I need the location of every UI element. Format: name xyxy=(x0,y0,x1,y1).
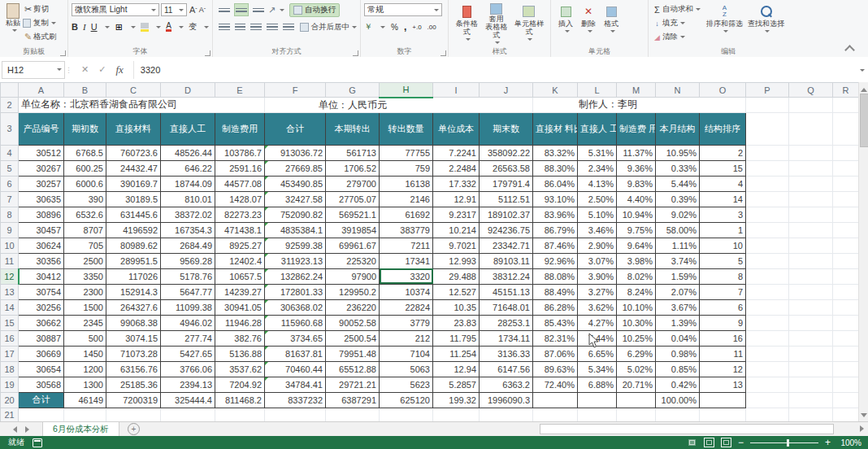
cell-F5[interactable]: 27669.85 xyxy=(265,160,326,176)
table-header-E[interactable]: 制造费用 xyxy=(215,112,265,145)
scroll-up-icon[interactable] xyxy=(861,85,867,92)
cell-F13[interactable]: 172801.33 xyxy=(265,284,326,299)
cell-R18[interactable] xyxy=(833,361,859,377)
cell-O13[interactable]: 7 xyxy=(700,284,746,299)
column-header-H[interactable]: H xyxy=(380,83,433,98)
cell-P7[interactable] xyxy=(746,191,789,207)
cell-L15[interactable]: 4.27% xyxy=(578,315,617,330)
cell-Q19[interactable] xyxy=(789,377,833,392)
cell-K13[interactable]: 88.49% xyxy=(533,284,578,299)
cell-R7[interactable] xyxy=(833,191,859,207)
cell-I9[interactable]: 10.214 xyxy=(433,222,480,238)
cell-D14[interactable]: 11099.38 xyxy=(161,299,215,315)
cell-E7[interactable]: 1428.07 xyxy=(215,191,265,207)
cell-H15[interactable]: 3779 xyxy=(380,315,433,330)
cell-K10[interactable]: 87.46% xyxy=(533,238,578,253)
cell-K17[interactable]: 87.06% xyxy=(533,346,578,361)
cell-J21[interactable] xyxy=(480,408,533,421)
cell-C14[interactable]: 264327.6 xyxy=(106,299,161,315)
cell-L21[interactable] xyxy=(578,408,617,421)
copy-button[interactable]: 复制 xyxy=(23,16,57,30)
cell-F17[interactable]: 81637.81 xyxy=(265,346,326,361)
cell-F4[interactable]: 913036.72 xyxy=(265,145,326,160)
cell-C4[interactable]: 760723.6 xyxy=(106,145,161,160)
cell-R14[interactable] xyxy=(833,299,859,315)
delete-cells-button[interactable]: ✕ 删除 xyxy=(577,2,600,46)
cell-M8[interactable]: 10.94% xyxy=(617,207,656,222)
cell-N14[interactable]: 3.67% xyxy=(656,299,700,315)
cell-N21[interactable] xyxy=(656,408,700,421)
autosum-button[interactable]: Σ自动求和 xyxy=(652,2,701,16)
horizontal-scroll-thumb[interactable] xyxy=(540,424,834,434)
cell-F16[interactable]: 3734.65 xyxy=(265,330,326,346)
cell-H12[interactable]: 3320 xyxy=(380,268,433,284)
cell-Q2[interactable] xyxy=(789,98,833,113)
cell-I4[interactable]: 7.2241 xyxy=(433,145,480,160)
cell-M20[interactable] xyxy=(617,392,656,408)
cell-M13[interactable]: 8.24% xyxy=(617,284,656,299)
cell-C21[interactable] xyxy=(106,408,161,421)
cell-A21[interactable] xyxy=(19,408,64,421)
align-center-button[interactable] xyxy=(234,21,247,33)
bold-button[interactable]: B xyxy=(72,22,78,32)
cell-I12[interactable]: 29.488 xyxy=(433,268,480,284)
cell-G18[interactable]: 65512.88 xyxy=(326,361,380,377)
cell-Q6[interactable] xyxy=(789,176,833,191)
cell-G19[interactable]: 29721.21 xyxy=(326,377,380,392)
cell-O16[interactable]: 16 xyxy=(700,330,746,346)
cell-M9[interactable]: 9.75% xyxy=(617,222,656,238)
cell-P17[interactable] xyxy=(746,346,789,361)
formula-input[interactable]: 3320 xyxy=(134,65,868,75)
prev-sheet-icon[interactable] xyxy=(10,426,17,433)
number-dialog-launcher[interactable] xyxy=(441,50,446,56)
cell-Q5[interactable] xyxy=(789,160,833,176)
cell-N17[interactable]: 0.98% xyxy=(656,346,700,361)
cell-F18[interactable]: 70460.44 xyxy=(265,361,326,377)
cell-P9[interactable] xyxy=(746,222,789,238)
cell-N18[interactable]: 0.85% xyxy=(656,361,700,377)
enter-icon[interactable]: ✓ xyxy=(98,64,106,75)
cell-N16[interactable]: 0.04% xyxy=(656,330,700,346)
cell-R9[interactable] xyxy=(833,222,859,238)
cell-P13[interactable] xyxy=(746,284,789,299)
cell-J15[interactable]: 28253.1 xyxy=(480,315,533,330)
cell-M19[interactable]: 20.71% xyxy=(617,377,656,392)
cell-K7[interactable]: 93.10% xyxy=(533,191,578,207)
cell-J5[interactable]: 26563.58 xyxy=(480,160,533,176)
cell-C20[interactable]: 7200319 xyxy=(106,392,161,408)
cell-J11[interactable]: 89103.11 xyxy=(480,253,533,268)
cell-E19[interactable]: 7204.92 xyxy=(215,377,265,392)
cell-O5[interactable]: 15 xyxy=(700,160,746,176)
cell-P12[interactable] xyxy=(746,268,789,284)
row-header-7[interactable]: 7 xyxy=(1,191,19,207)
name-box[interactable]: H12 xyxy=(2,61,65,79)
page-break-view-icon[interactable] xyxy=(721,438,731,447)
cell-R15[interactable] xyxy=(833,315,859,330)
cell-L4[interactable]: 5.31% xyxy=(578,145,617,160)
row-header-11[interactable]: 11 xyxy=(1,253,19,268)
cell-G14[interactable]: 236220 xyxy=(326,299,380,315)
cell-R4[interactable] xyxy=(833,145,859,160)
horizontal-scrollbar[interactable] xyxy=(533,423,858,434)
table-header-M[interactable]: 制造费 用比重 xyxy=(617,112,656,145)
cell-D17[interactable]: 5427.65 xyxy=(161,346,215,361)
cell-K11[interactable]: 92.96% xyxy=(533,253,578,268)
cell-M7[interactable]: 4.40% xyxy=(617,191,656,207)
column-header-L[interactable]: L xyxy=(578,83,617,98)
cell-P19[interactable] xyxy=(746,377,789,392)
cell-M14[interactable]: 10.10% xyxy=(617,299,656,315)
cell-E6[interactable]: 44577.08 xyxy=(215,176,265,191)
normal-view-icon[interactable] xyxy=(687,438,697,447)
cell-I7[interactable]: 12.91 xyxy=(433,191,480,207)
borders-dropdown-icon[interactable] xyxy=(131,26,136,31)
column-header-Q[interactable]: Q xyxy=(789,83,833,98)
cell-C7[interactable]: 30189.5 xyxy=(106,191,161,207)
cell-N7[interactable]: 0.39% xyxy=(656,191,700,207)
cell-F12[interactable]: 132862.24 xyxy=(265,268,326,284)
cell-F6[interactable]: 453490.85 xyxy=(265,176,326,191)
cell-K21[interactable] xyxy=(533,408,578,421)
cell-E8[interactable]: 82273.23 xyxy=(215,207,265,222)
cell-N19[interactable]: 0.42% xyxy=(656,377,700,392)
cell-P18[interactable] xyxy=(746,361,789,377)
cell-J12[interactable]: 38312.24 xyxy=(480,268,533,284)
